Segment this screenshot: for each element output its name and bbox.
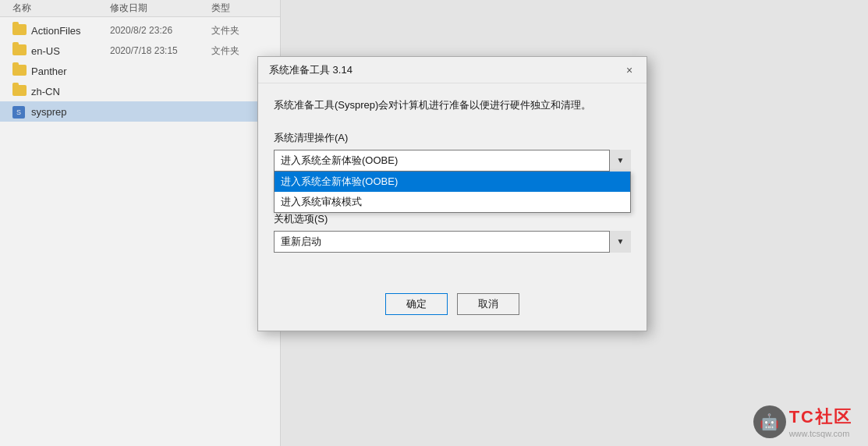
tc-label: TC社区: [789, 405, 852, 429]
confirm-button[interactable]: 确定: [385, 293, 448, 315]
shutdown-group: 关机选项(S) 重新启动 关机 退出 ▼: [274, 212, 631, 253]
tc-url: www.tcsqw.com: [789, 429, 852, 438]
cleanup-option-oobe[interactable]: 进入系统全新体验(OOBE): [275, 172, 630, 192]
dialog-footer: 确定 取消: [258, 284, 647, 331]
shutdown-select[interactable]: 重新启动 关机 退出: [274, 231, 631, 253]
tc-community-logo: 🤖 TC社区 www.tcsqw.com: [753, 405, 852, 438]
shutdown-label: 关机选项(S): [274, 212, 631, 226]
dialog-titlebar: 系统准备工具 3.14 ×: [258, 57, 647, 83]
cancel-button[interactable]: 取消: [457, 293, 519, 315]
cleanup-dropdown-list: 进入系统全新体验(OOBE) 进入系统审核模式: [274, 172, 631, 213]
tc-text-block: TC社区 www.tcsqw.com: [789, 405, 852, 438]
cleanup-option-audit[interactable]: 进入系统审核模式: [275, 192, 630, 212]
cleanup-label: 系统清理操作(A): [274, 131, 631, 145]
cleanup-group: 系统清理操作(A) 进入系统全新体验(OOBE) ▼ 进入系统全新体验(OOBE…: [274, 131, 631, 172]
cleanup-selected-text: 进入系统全新体验(OOBE): [281, 154, 398, 168]
dialog-body: 系统准备工具(Sysprep)会对计算机进行准备以便进行硬件独立和清理。 系统清…: [258, 83, 647, 284]
watermark: 🤖 TC社区 www.tcsqw.com: [753, 405, 852, 438]
cleanup-dropdown-arrow: ▼: [609, 150, 631, 172]
close-button[interactable]: ×: [622, 62, 637, 78]
sysprep-dialog: 系统准备工具 3.14 × 系统准备工具(Sysprep)会对计算机进行准备以便…: [257, 56, 647, 331]
cleanup-selected-display[interactable]: 进入系统全新体验(OOBE) ▼: [274, 150, 631, 172]
dialog-description: 系统准备工具(Sysprep)会对计算机进行准备以便进行硬件独立和清理。: [274, 97, 631, 114]
avatar-icon: 🤖: [753, 405, 786, 438]
dialog-title: 系统准备工具 3.14: [269, 63, 353, 77]
cleanup-dropdown[interactable]: 进入系统全新体验(OOBE) ▼ 进入系统全新体验(OOBE) 进入系统审核模式: [274, 150, 631, 172]
shutdown-select-wrapper: 重新启动 关机 退出 ▼: [274, 231, 631, 253]
